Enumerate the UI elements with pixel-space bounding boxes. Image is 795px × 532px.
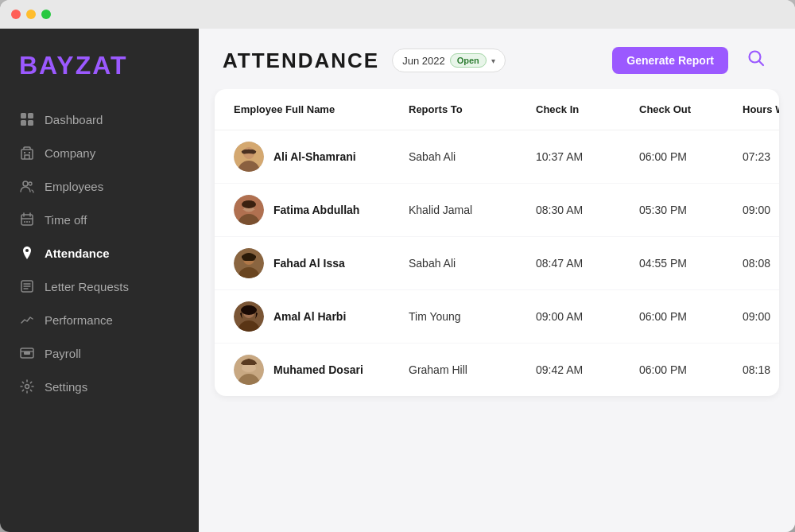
employee-name: Muhamed Dosari bbox=[273, 363, 363, 376]
employee-cell: Ali Al-Shamrani bbox=[234, 142, 409, 172]
titlebar bbox=[0, 0, 795, 29]
svg-point-11 bbox=[26, 221, 28, 223]
col-header-reports-to: Reports To bbox=[409, 103, 536, 115]
avatar bbox=[234, 142, 264, 172]
maximize-dot[interactable] bbox=[41, 10, 51, 19]
period-label: Jun 2022 bbox=[402, 55, 445, 67]
hours-worked-cell: 09:00 bbox=[743, 310, 779, 323]
employee-cell: Amal Al Harbi bbox=[234, 301, 409, 332]
sidebar-item-company[interactable]: Company bbox=[0, 136, 199, 169]
dashboard-icon bbox=[19, 111, 35, 127]
company-icon bbox=[19, 145, 35, 161]
settings-icon bbox=[19, 379, 35, 394]
employees-icon bbox=[19, 178, 35, 194]
logo: BAYZAT bbox=[0, 51, 199, 103]
main-content: ATTENDANCE Jun 2022 Open ▾ Generate Repo… bbox=[199, 29, 795, 532]
sidebar-item-letter-requests[interactable]: Letter Requests bbox=[0, 270, 199, 303]
check-out-cell: 06:00 PM bbox=[639, 310, 743, 323]
reports-to-cell: Khalid Jamal bbox=[409, 204, 536, 216]
svg-rect-0 bbox=[21, 113, 26, 118]
search-button[interactable] bbox=[741, 46, 771, 75]
svg-rect-4 bbox=[21, 150, 33, 159]
app-window: BAYZAT Dashboard bbox=[0, 0, 795, 532]
sidebar-label-timeoff: Time off bbox=[45, 213, 87, 227]
reports-to-cell: Tim Young bbox=[409, 310, 536, 323]
chevron-down-icon: ▾ bbox=[491, 56, 495, 65]
hours-worked-cell: 08:18 bbox=[743, 363, 779, 376]
employee-name: Ali Al-Shamrani bbox=[273, 150, 356, 163]
letter-requests-icon bbox=[19, 278, 35, 294]
sidebar-label-attendance: Attendance bbox=[45, 247, 110, 260]
sidebar-label-employees: Employees bbox=[45, 180, 103, 193]
nav: Dashboard Company bbox=[0, 103, 199, 403]
check-in-cell: 10:37 AM bbox=[536, 150, 639, 163]
check-out-cell: 06:00 PM bbox=[639, 363, 743, 376]
reports-to-cell: Sabah Ali bbox=[409, 150, 536, 163]
table-row[interactable]: Muhamed Dosari Graham Hill 09:42 AM 06:0… bbox=[215, 344, 779, 396]
avatar bbox=[234, 301, 264, 332]
check-in-cell: 09:42 AM bbox=[536, 363, 639, 376]
svg-rect-2 bbox=[21, 120, 26, 126]
svg-rect-9 bbox=[21, 215, 33, 225]
check-out-cell: 06:00 PM bbox=[639, 150, 743, 163]
svg-point-17 bbox=[25, 385, 29, 389]
app-body: BAYZAT Dashboard bbox=[0, 29, 795, 532]
check-in-cell: 09:00 AM bbox=[536, 310, 639, 323]
hours-worked-cell: 07:23 bbox=[743, 150, 779, 163]
sidebar-label-settings: Settings bbox=[45, 380, 87, 394]
svg-point-8 bbox=[29, 182, 32, 185]
col-header-hours-worked: Hours Worked bbox=[743, 103, 779, 115]
sidebar-label-dashboard: Dashboard bbox=[45, 113, 103, 126]
close-dot[interactable] bbox=[11, 10, 21, 19]
svg-point-10 bbox=[24, 221, 25, 223]
sidebar-label-payroll: Payroll bbox=[45, 347, 81, 360]
reports-to-cell: Sabah Ali bbox=[409, 257, 536, 270]
avatar bbox=[234, 195, 264, 225]
svg-point-13 bbox=[25, 249, 29, 252]
table-row[interactable]: Fahad Al Issa Sabah Ali 08:47 AM 04:55 P… bbox=[215, 237, 779, 290]
status-badge: Open bbox=[450, 53, 487, 68]
check-in-cell: 08:47 AM bbox=[536, 257, 639, 270]
sidebar-item-dashboard[interactable]: Dashboard bbox=[0, 103, 199, 136]
check-out-cell: 04:55 PM bbox=[639, 257, 743, 270]
svg-rect-29 bbox=[242, 255, 255, 261]
sidebar-label-letter-requests: Letter Requests bbox=[45, 280, 129, 293]
employee-name: Amal Al Harbi bbox=[273, 310, 346, 323]
period-selector[interactable]: Jun 2022 Open ▾ bbox=[392, 49, 506, 72]
sidebar-item-performance[interactable]: Performance bbox=[0, 303, 199, 336]
table-header: Employee Full Name Reports To Check In C… bbox=[215, 89, 779, 130]
page-title: ATTENDANCE bbox=[223, 49, 379, 73]
svg-point-12 bbox=[29, 221, 30, 223]
table-row[interactable]: Amal Al Harbi Tim Young 09:00 AM 06:00 P… bbox=[215, 290, 779, 344]
generate-report-button[interactable]: Generate Report bbox=[612, 47, 728, 74]
attendance-icon bbox=[19, 245, 35, 261]
sidebar-item-employees[interactable]: Employees bbox=[0, 169, 199, 203]
svg-rect-3 bbox=[28, 120, 33, 126]
sidebar-item-settings[interactable]: Settings bbox=[0, 370, 199, 403]
employee-cell: Muhamed Dosari bbox=[234, 355, 409, 385]
page-header: ATTENDANCE Jun 2022 Open ▾ Generate Repo… bbox=[199, 29, 795, 89]
col-header-check-out: Check Out bbox=[639, 103, 743, 115]
check-in-cell: 08:30 AM bbox=[536, 204, 639, 216]
avatar bbox=[234, 355, 264, 385]
hours-worked-cell: 08:08 bbox=[743, 257, 779, 270]
employee-name: Fatima Abdullah bbox=[273, 204, 359, 216]
col-header-check-in: Check In bbox=[536, 103, 639, 115]
sidebar-label-company: Company bbox=[45, 146, 95, 160]
check-out-cell: 05:30 PM bbox=[639, 204, 743, 216]
minimize-dot[interactable] bbox=[26, 10, 36, 19]
table-row[interactable]: Ali Al-Shamrani Sabah Ali 10:37 AM 06:00… bbox=[215, 130, 779, 184]
sidebar-item-attendance[interactable]: Attendance bbox=[0, 236, 199, 270]
sidebar-item-payroll[interactable]: Payroll bbox=[0, 336, 199, 370]
employee-name: Fahad Al Issa bbox=[273, 257, 345, 270]
sidebar-item-timeoff[interactable]: Time off bbox=[0, 203, 199, 236]
sidebar: BAYZAT Dashboard bbox=[0, 29, 199, 532]
payroll-icon bbox=[19, 345, 35, 361]
employee-cell: Fahad Al Issa bbox=[234, 248, 409, 278]
sidebar-label-performance: Performance bbox=[45, 313, 113, 327]
avatar bbox=[234, 248, 264, 278]
svg-rect-5 bbox=[24, 152, 25, 153]
table-row[interactable]: Fatima Abdullah Khalid Jamal 08:30 AM 05… bbox=[215, 184, 779, 237]
col-header-name: Employee Full Name bbox=[234, 103, 409, 115]
hours-worked-cell: 09:00 bbox=[743, 204, 779, 216]
